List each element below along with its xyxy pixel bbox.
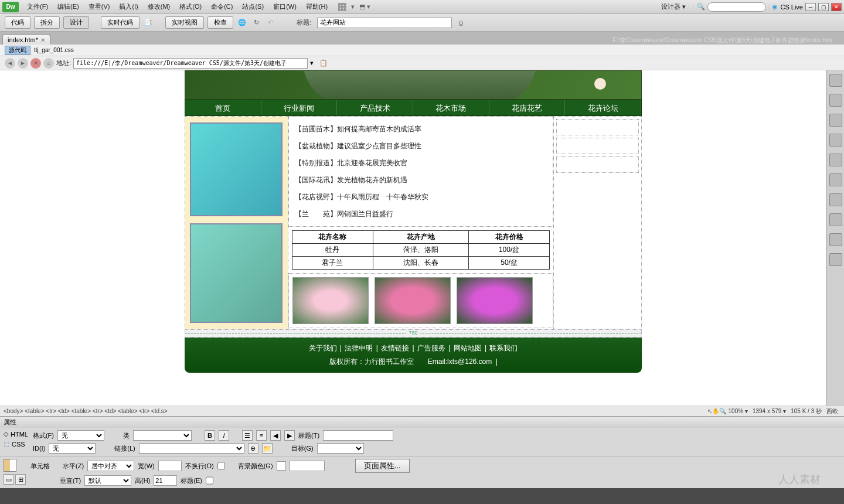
footer-link[interactable]: 法律申明 — [345, 344, 373, 352]
split-cells-button[interactable]: ⊞ — [15, 474, 26, 485]
footer-link[interactable]: 网站地图 — [454, 344, 482, 352]
flower-img-3[interactable] — [457, 277, 533, 324]
link-browse-icon[interactable]: 📁 — [262, 443, 273, 454]
news-item[interactable]: 【花店视野】十年风雨历程 十年春华秋实 — [289, 189, 553, 206]
footer-link[interactable]: 友情链接 — [381, 344, 409, 352]
page-props-button[interactable]: 页面属性... — [355, 459, 410, 473]
tag-path[interactable]: <body> <table> <tr> <td> <table> <tr> <t… — [4, 408, 168, 414]
nav-tech[interactable]: 产品技术 — [337, 100, 413, 115]
merge-cells-button[interactable]: ▭ — [4, 474, 14, 485]
id-select[interactable]: 无 — [49, 443, 96, 454]
panel-icon-5[interactable] — [829, 154, 842, 166]
forward-nav-icon[interactable]: ► — [18, 58, 28, 69]
design-canvas[interactable]: 首页 行业新闻 产品技术 花木市场 花店花艺 花卉论坛 【苗圃苗木】如何提高邮寄… — [0, 70, 826, 406]
ul-button[interactable]: ☰ — [242, 430, 253, 441]
footer-copy[interactable]: 版权所有：力行图书工作室 Email:lxts@126.com — [190, 357, 636, 367]
split-view-button[interactable]: 拆分 — [34, 16, 60, 29]
panel-icon-7[interactable] — [829, 193, 842, 206]
inspect-button[interactable]: 检查 — [207, 16, 233, 29]
address-dropdown-icon[interactable]: ▾ — [310, 59, 314, 67]
side-box[interactable] — [556, 119, 639, 135]
menu-site[interactable]: 站点(S) — [237, 1, 268, 12]
news-item[interactable]: 【苗圃苗木】如何提高邮寄苗木的成活率 — [289, 121, 553, 138]
footer-link[interactable]: 关于我们 — [309, 344, 337, 352]
designer-dropdown[interactable]: 设计器 ▾ — [656, 1, 690, 12]
title-input[interactable] — [317, 18, 452, 28]
close-tab-icon[interactable]: ✕ — [40, 37, 45, 43]
nav-shop[interactable]: 花店花艺 — [489, 100, 566, 115]
link-select[interactable] — [139, 443, 244, 454]
width-ruler[interactable]: 780 — [185, 329, 642, 338]
panel-icon-8[interactable] — [829, 213, 842, 226]
design-view-button[interactable]: 设计 — [63, 16, 89, 29]
liveview-button[interactable]: 实时视图 — [165, 16, 204, 29]
nav-news[interactable]: 行业新闻 — [261, 100, 338, 115]
horiz-select[interactable]: 居中对齐 — [87, 461, 134, 471]
format-select[interactable]: 无 — [57, 430, 104, 441]
stop-nav-icon[interactable]: ✕ — [30, 58, 41, 69]
link-point-icon[interactable]: ⊕ — [248, 443, 258, 454]
panel-icon-3[interactable] — [829, 114, 842, 127]
close-button[interactable]: ✕ — [831, 3, 842, 11]
code-view-button[interactable]: 代码 — [5, 16, 30, 29]
zoom-level[interactable]: 100% ▾ — [729, 408, 748, 414]
panel-icon-6[interactable] — [829, 173, 842, 186]
back-nav-icon[interactable]: ◄ — [5, 58, 15, 69]
minimize-button[interactable]: ─ — [805, 3, 816, 11]
side-box[interactable] — [556, 138, 639, 154]
vert-select[interactable]: 默认 — [84, 475, 131, 486]
css-mode-button[interactable]: ⬚CSS — [4, 440, 28, 448]
news-item[interactable]: 【特别报道】北京迎春花展完美收官 — [289, 155, 553, 172]
nav-market[interactable]: 花木市场 — [413, 100, 489, 115]
cslive-icon[interactable]: ◉ — [772, 3, 778, 11]
outdent-button[interactable]: ◀ — [270, 430, 281, 441]
menu-modify[interactable]: 修改(M) — [143, 1, 175, 12]
menu-insert[interactable]: 插入(I) — [114, 1, 142, 12]
bg-color-input[interactable] — [290, 461, 325, 471]
address-tool-icon[interactable]: 📋 — [319, 59, 328, 67]
home-nav-icon[interactable]: ⌂ — [43, 58, 54, 69]
css-file-tab[interactable]: ttj_gar_001.css — [34, 47, 74, 53]
news-item[interactable]: 【盆栽植物】建议温室少点盲目多些理性 — [289, 138, 553, 155]
table-row[interactable]: 牡丹菏泽、洛阳100/盆 — [292, 244, 550, 257]
back-icon[interactable]: ↶ — [265, 18, 275, 28]
search-input[interactable] — [707, 2, 766, 12]
bg-color-swatch[interactable] — [277, 461, 286, 471]
indent-button[interactable]: ▶ — [284, 430, 295, 441]
footer-link[interactable]: 联系我们 — [489, 344, 518, 352]
side-box[interactable] — [556, 156, 639, 173]
panel-icon-4[interactable] — [829, 134, 842, 147]
news-item[interactable]: 【国际花讯】发光植物花卉的新机遇 — [289, 172, 553, 189]
panel-icon-10[interactable] — [829, 253, 842, 266]
pointer-tool-icon[interactable]: ↖ — [707, 408, 712, 414]
menu-command[interactable]: 命令(C) — [206, 1, 237, 12]
browser-icon[interactable]: 🌐 — [237, 18, 247, 28]
footer-link[interactable]: 广告服务 — [417, 344, 445, 352]
panel-icon-9[interactable] — [829, 233, 842, 246]
html-mode-button[interactable]: ◇HTML — [4, 430, 28, 438]
header-checkbox[interactable] — [206, 475, 213, 486]
source-code-tab[interactable]: 源代码 — [5, 46, 30, 55]
dropdown-icon[interactable]: ▾ — [351, 3, 355, 11]
title-tool-icon[interactable]: ⎙ — [455, 18, 466, 28]
menu-help[interactable]: 帮助(H) — [301, 1, 332, 12]
hand-tool-icon[interactable]: ✋ — [712, 408, 719, 414]
inspect-icon[interactable]: 📑 — [143, 18, 154, 28]
menu-view[interactable]: 查看(V) — [84, 1, 115, 12]
class-select[interactable] — [133, 430, 192, 441]
menu-file[interactable]: 文件(F) — [22, 1, 53, 12]
width-input[interactable] — [158, 461, 182, 471]
cslive-label[interactable]: CS Live — [780, 4, 803, 11]
menu-window[interactable]: 窗口(W) — [268, 1, 301, 12]
livecode-button[interactable]: 实时代码 — [101, 16, 139, 29]
nowrap-checkbox[interactable] — [217, 461, 225, 471]
flower-img-1[interactable] — [292, 277, 369, 324]
flower-img-2[interactable] — [375, 277, 451, 324]
zoom-tool-icon[interactable]: 🔍 — [719, 408, 726, 414]
panel-icon-1[interactable] — [829, 74, 842, 87]
ol-button[interactable]: ≡ — [256, 430, 267, 441]
nav-home[interactable]: 首页 — [185, 100, 261, 115]
panel-icon-2[interactable] — [829, 94, 842, 107]
news-item[interactable]: 【兰 苑】网销国兰日益盛行 — [289, 206, 553, 223]
italic-button[interactable]: I — [219, 430, 229, 441]
